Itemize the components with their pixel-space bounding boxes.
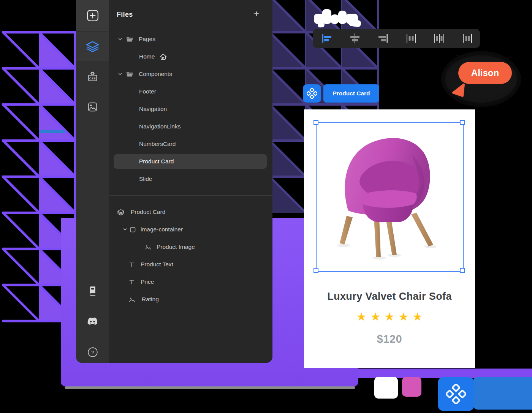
image-icon [145, 245, 151, 250]
white-scribble [313, 4, 366, 30]
image-square-icon [87, 102, 98, 112]
file-item-label: Footer [139, 88, 156, 95]
layer-item-label: Product Card [131, 209, 165, 215]
folder-icon [126, 71, 133, 77]
space-between-horizontal-button[interactable] [462, 33, 473, 44]
selection-handle-top-left[interactable] [314, 120, 318, 125]
app-canvas: Luxury Valvet Chair Sofa ★★★★★ $120 Prod… [0, 0, 532, 413]
files-tree: PagesHomeComponentsFooterNavigationNavig… [109, 30, 272, 188]
distribute-horizontal-icon [405, 33, 417, 44]
svg-text:CSS: CSS [89, 76, 96, 80]
white-square [374, 377, 398, 399]
selection-box[interactable] [316, 122, 464, 272]
file-item-label: Slide [139, 176, 152, 182]
chevron-down-icon[interactable] [118, 37, 122, 41]
component-badge-logo[interactable] [303, 84, 321, 103]
rail-item-css[interactable]: CSS [76, 65, 109, 88]
collaborator-pill: Alison [458, 62, 512, 84]
align-left-button[interactable] [321, 33, 332, 44]
file-item-label: Product Card [139, 158, 174, 165]
pink-square [402, 377, 421, 397]
rail-item-assets[interactable] [76, 95, 109, 118]
box-icon [130, 227, 136, 233]
align-center-vertical-button[interactable] [349, 33, 361, 44]
text-icon [129, 280, 134, 285]
question-circle-icon: ? [87, 347, 98, 358]
file-item-label: Pages [139, 36, 155, 43]
image-icon [129, 297, 135, 302]
file-item-label: Navigation [139, 106, 167, 112]
layers-tree: Product Cardimage-containerProduct Image… [109, 203, 272, 308]
folder-icon [126, 36, 133, 42]
file-item-label: Components [139, 71, 172, 78]
layer-item-label: Product Text [141, 261, 173, 268]
plus-square-icon [87, 9, 99, 22]
distribute-center-horizontal-icon [434, 33, 445, 44]
file-item-label: NavigationLinks [139, 123, 180, 130]
sidebar-rail: CSS [76, 0, 109, 363]
selection-handle-bottom-left[interactable] [314, 268, 318, 273]
rail-item-docs[interactable] [76, 279, 109, 302]
align-left-icon [321, 33, 332, 44]
distribute-center-horizontal-button[interactable] [434, 33, 445, 44]
file-item-components[interactable]: Components [109, 65, 272, 83]
file-item-home[interactable]: Home [109, 48, 272, 65]
chevron-down-icon[interactable] [118, 72, 122, 76]
layers-icon [86, 41, 100, 52]
rail-item-add[interactable] [76, 0, 109, 31]
layer-item-product-card[interactable]: Product Card [109, 203, 272, 221]
add-file-button[interactable]: + [254, 9, 259, 18]
purple-block-shadow [65, 386, 355, 389]
alignment-toolbar [313, 29, 480, 48]
home-icon [159, 53, 167, 60]
layer-item-rating[interactable]: Rating [109, 291, 272, 308]
distribute-horizontal-button[interactable] [405, 33, 417, 44]
align-right-icon [377, 33, 389, 44]
file-item-navigation[interactable]: Navigation [109, 100, 272, 118]
file-item-label: NumbersCard [139, 141, 176, 147]
align-right-button[interactable] [377, 33, 389, 44]
css-icon: CSS [87, 71, 98, 82]
layer-item-label: Rating [142, 296, 159, 303]
diamonds-logo-icon [307, 88, 317, 99]
rail-item-layers[interactable] [76, 32, 109, 61]
product-price[interactable]: $120 [304, 333, 475, 345]
panel-divider [109, 195, 272, 196]
file-item-slide[interactable]: Slide [109, 170, 272, 188]
file-item-numberscard[interactable]: NumbersCard [109, 135, 272, 153]
selection-handle-top-right[interactable] [460, 120, 465, 125]
layer-item-label: Product Image [157, 244, 195, 250]
files-panel-title: Files [117, 11, 133, 19]
file-item-pages[interactable]: Pages [109, 30, 272, 48]
layer-item-label: image-container [141, 226, 183, 233]
layers-glyph-icon [117, 209, 125, 215]
chevron-down-icon[interactable] [123, 227, 127, 232]
blue-logo-tile [438, 377, 474, 411]
selection-handle-bottom-right[interactable] [460, 268, 465, 273]
layer-item-product-image[interactable]: Product Image [109, 238, 272, 256]
text-icon [129, 262, 134, 267]
align-center-vertical-icon [349, 33, 361, 44]
layer-item-label: Price [141, 278, 154, 285]
blue-rect [473, 377, 532, 410]
file-item-navigationlinks[interactable]: NavigationLinks [109, 118, 272, 135]
space-between-horizontal-icon [462, 33, 473, 44]
teal-dash [40, 130, 65, 133]
rail-item-discord[interactable] [76, 310, 109, 332]
product-title[interactable]: Luxury Valvet Chair Sofa [304, 291, 475, 302]
layer-item-product-text[interactable]: Product Text [109, 256, 272, 273]
collaborator-cursor-icon [452, 83, 466, 98]
layer-item-price[interactable]: Price [109, 273, 272, 291]
component-badge[interactable]: Product Card [323, 84, 379, 103]
book-icon [88, 286, 97, 296]
layer-item-image-container[interactable]: image-container [109, 221, 272, 238]
svg-text:?: ? [91, 350, 94, 355]
diamonds-logo-icon [446, 384, 466, 404]
rating-stars[interactable]: ★★★★★ [304, 310, 475, 323]
files-header: Files + [109, 0, 272, 27]
file-item-product-card[interactable]: Product Card [109, 153, 272, 170]
file-item-footer[interactable]: Footer [109, 83, 272, 100]
rail-item-help[interactable]: ? [76, 341, 109, 364]
discord-icon [87, 317, 98, 325]
file-item-label: Home [139, 53, 155, 60]
